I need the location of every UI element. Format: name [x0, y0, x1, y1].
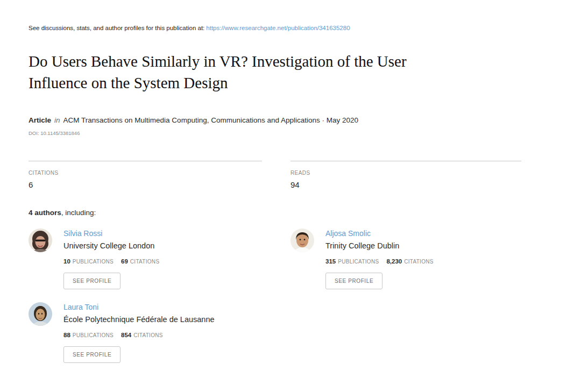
author-affiliation: University College London	[63, 241, 159, 250]
citations-label: CITATIONS	[29, 170, 262, 176]
citations-block: CITATIONS 6	[29, 161, 262, 189]
author-card: Aljosa Smolic Trinity College Dublin 315…	[290, 229, 552, 289]
citations-value: 6	[29, 180, 262, 189]
paper-title-line-1: Do Users Behave Similarly in VR? Investi…	[29, 51, 540, 72]
citations-label: CITATIONS	[133, 332, 163, 338]
paper-title-line-2: Influence on the System Design	[29, 72, 540, 94]
author-stats: 315PUBLICATIONS8,230CITATIONS	[325, 256, 434, 266]
reads-label: READS	[290, 170, 521, 176]
avatar-aljosa-smolic[interactable]	[290, 229, 314, 252]
author-info: Silvia Rossi University College London 1…	[63, 229, 159, 289]
citations-count: 854	[121, 332, 131, 338]
author-info: Laura Toni École Polytechnique Fédérale …	[63, 302, 215, 363]
article-in-label: in	[54, 116, 60, 124]
author-card: Silvia Rossi University College London 1…	[29, 229, 290, 289]
article-meta: ArticleinACM Transactions on Multimedia …	[29, 116, 358, 124]
publications-count: 88	[63, 332, 70, 338]
citations-count: 8,230	[386, 258, 402, 265]
author-card: Laura Toni École Polytechnique Fédérale …	[29, 302, 290, 363]
citations-count: 69	[121, 258, 128, 265]
publications-count: 315	[325, 258, 336, 265]
author-stats: 88PUBLICATIONS854CITATIONS	[63, 330, 215, 339]
publication-note-text: See discussions, stats, and author profi…	[29, 25, 204, 31]
publications-label: PUBLICATIONS	[338, 259, 379, 265]
author-affiliation: École Polytechnique Fédérale de Lausanne	[63, 315, 215, 324]
see-profile-button[interactable]: SEE PROFILE	[63, 346, 121, 363]
citations-label: CITATIONS	[130, 259, 160, 265]
journal-name: ACM Transactions on Multimedia Computing…	[63, 116, 359, 124]
see-profile-button[interactable]: SEE PROFILE	[325, 273, 382, 289]
publications-label: PUBLICATIONS	[73, 259, 114, 265]
author-name-link[interactable]: Silvia Rossi	[63, 229, 159, 238]
author-name-link[interactable]: Laura Toni	[63, 303, 215, 311]
authors-heading: 4 authors, including:	[29, 209, 96, 217]
publication-link[interactable]: https://www.researchgate.net/publication…	[206, 25, 350, 31]
author-affiliation: Trinity College Dublin	[325, 241, 434, 250]
see-profile-button[interactable]: SEE PROFILE	[63, 273, 121, 289]
avatar-laura-toni[interactable]	[29, 302, 52, 326]
article-type-label: Article	[29, 116, 51, 124]
publication-note: See discussions, stats, and author profi…	[29, 25, 350, 31]
stats-row: CITATIONS 6 READS 94	[29, 161, 521, 189]
publications-label: PUBLICATIONS	[73, 332, 114, 338]
avatar-silvia-rossi[interactable]	[29, 229, 52, 252]
doi: DOI: 10.1145/3381846	[29, 130, 80, 136]
authors-grid: Silvia Rossi University College London 1…	[29, 229, 552, 363]
authors-count: 4 authors	[29, 209, 61, 217]
author-stats: 10PUBLICATIONS69CITATIONS	[63, 256, 159, 266]
author-name-link[interactable]: Aljosa Smolic	[325, 229, 434, 238]
citations-label: CITATIONS	[404, 259, 434, 265]
publications-count: 10	[63, 258, 70, 265]
authors-heading-rest: , including:	[61, 209, 96, 217]
paper-title: Do Users Behave Similarly in VR? Investi…	[29, 51, 540, 94]
author-info: Aljosa Smolic Trinity College Dublin 315…	[325, 229, 434, 289]
reads-block: READS 94	[290, 161, 521, 189]
reads-value: 94	[290, 180, 521, 189]
